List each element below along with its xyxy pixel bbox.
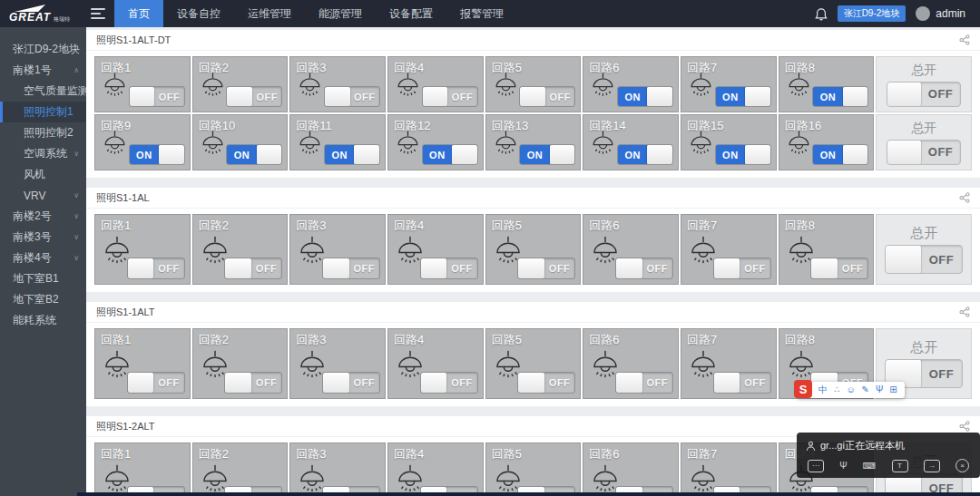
toggle-handle [745,87,770,106]
text-input-icon[interactable]: T [892,460,908,472]
nav-item[interactable]: 首页 [114,0,163,27]
master-toggle[interactable]: OFF [887,82,961,107]
circuit-toggle[interactable]: ON [519,144,575,165]
toggle-state-label: ON [813,87,842,106]
sidebar-item[interactable]: VRV∨ [0,185,86,206]
sidebar-item[interactable]: 空调系统∨ [0,143,86,164]
sidebar-item[interactable]: 南楼4号∨ [0,248,86,268]
circuit-toggle[interactable]: OFF [129,86,185,107]
circuit-label: 回路6 [589,218,619,234]
circuit-card: 回路1OFF [94,214,191,285]
share-icon[interactable] [959,192,970,203]
toggle-handle [225,258,251,278]
circuit-toggle[interactable]: OFF [226,86,282,107]
circuit-toggle[interactable]: OFF [224,372,282,394]
handwriting-icon[interactable]: ✎ [862,385,869,394]
sidebar-collapse-icon[interactable] [91,8,105,19]
circuit-card: 回路15ON [681,114,777,170]
circuit-toggle[interactable]: OFF [324,86,380,107]
voice-icon[interactable]: Ψ [876,385,883,394]
sidebar-item[interactable]: 地下室B2 [0,289,86,310]
nav-item[interactable]: 设备配置 [376,0,446,27]
sidebar-item[interactable]: 张江D9-2地块 [0,39,86,60]
nav-item[interactable]: 能源管理 [305,0,376,27]
emoji-icon[interactable]: ☺ [846,385,855,394]
circuit-card: 回路2OFF [192,214,289,285]
chinese-english-icon[interactable]: 中 [818,385,828,394]
pendant-lamp-icon [686,71,716,102]
circuit-toggle[interactable]: ON [715,144,771,165]
circuit-label: 回路3 [296,332,326,348]
section-body: 回路1OFF回路2OFF回路3OFF回路4OFF回路5OFF回路6ON回路7ON… [86,51,980,178]
circuit-card: 回路6OFF [583,443,679,496]
chevron-down-icon: ∨ [74,254,79,262]
circuit-label: 回路3 [296,218,326,234]
circuit-toggle[interactable]: ON [715,86,771,107]
sidebar-item-label: 空气质量监测 [24,83,86,99]
close-icon[interactable]: × [956,459,969,472]
circuit-toggle[interactable]: ON [812,86,868,107]
circuit-toggle[interactable]: ON [617,144,673,165]
circuit-card: 回路5OFF [485,443,582,496]
circuit-toggle[interactable]: OFF [615,372,673,394]
circuit-toggle[interactable]: ON [226,144,282,165]
toggle-state-label: OFF [350,87,379,106]
circuit-toggle[interactable]: OFF [422,86,478,107]
circuit-card: 回路3OFF [289,443,386,496]
sidebar-item[interactable]: 地下室B1 [0,268,86,289]
circuit-toggle[interactable]: OFF [322,372,380,394]
circuit-toggle[interactable]: OFF [322,258,380,279]
toggle-state-label: ON [618,87,647,106]
microphone-icon[interactable]: Ψ [839,462,847,471]
circuit-toggle[interactable]: OFF [713,258,771,279]
section-header: 照明S1-1ALT [86,302,980,323]
circuit-toggle[interactable]: OFF [615,258,673,279]
circuit-toggle[interactable]: OFF [420,372,478,394]
circuit-toggle[interactable]: ON [422,144,478,165]
sidebar-item[interactable]: 照明控制2 [0,122,86,143]
circuit-toggle[interactable]: OFF [420,258,478,279]
circuit-toggle[interactable]: OFF [713,372,771,394]
circuit-toggle[interactable]: ON [617,86,673,107]
circuit-toggle[interactable]: OFF [127,372,185,394]
share-icon[interactable] [959,421,970,432]
punctuation-icon[interactable]: ∴ [834,385,839,394]
sidebar-item[interactable]: 南楼2号∨ [0,206,86,227]
circuit-toggle[interactable]: OFF [517,258,575,279]
circuit-toggle[interactable]: ON [812,144,868,165]
keyboard-icon[interactable]: ⊞ [889,385,897,394]
nav-item[interactable]: 报警管理 [446,0,517,27]
chat-icon[interactable]: ⋯ [808,460,824,472]
master-toggle[interactable]: OFF [887,140,961,165]
sidebar-item[interactable]: 能耗系统 [0,310,86,331]
nav-item[interactable]: 设备自控 [163,0,234,27]
sidebar-item[interactable]: 照明控制1 [0,102,86,122]
sidebar-item[interactable]: 空气质量监测 [0,81,86,102]
sidebar-item[interactable]: 风机 [0,164,86,185]
sidebar-item[interactable]: 南楼3号∨ [0,227,86,248]
file-transfer-icon[interactable]: → [924,460,940,472]
toggle-state-label: OFF [740,373,769,393]
circuit-toggle[interactable]: OFF [517,372,575,394]
share-icon[interactable] [959,306,970,317]
share-icon[interactable] [959,34,970,45]
circuit-card: 回路3OFF [289,214,386,285]
circuit-toggle[interactable]: ON [324,144,380,165]
circuit-toggle[interactable]: ON [129,144,185,165]
sogou-logo-icon[interactable]: S [794,380,812,398]
master-toggle[interactable]: OFF [885,245,963,274]
circuit-toggle[interactable]: OFF [127,258,185,279]
circuit-toggle[interactable]: OFF [224,258,282,279]
user-menu[interactable]: admin [916,6,965,21]
toggle-handle [843,145,868,164]
sidebar-item[interactable]: 南楼1号∧ [0,60,86,81]
site-badge[interactable]: 张江D9-2地块 [838,5,906,22]
circuit-label: 回路6 [589,332,619,348]
circuit-toggle[interactable]: OFF [810,258,868,279]
notification-bell-icon[interactable] [815,7,828,21]
nav-item[interactable]: 运维管理 [234,0,305,27]
section-title: 照明S1-1AL [96,191,150,205]
gamepad-icon[interactable]: ⌨ [863,462,876,471]
circuit-toggle[interactable]: OFF [519,86,575,107]
section-title: 照明S1-1ALT [96,306,155,319]
